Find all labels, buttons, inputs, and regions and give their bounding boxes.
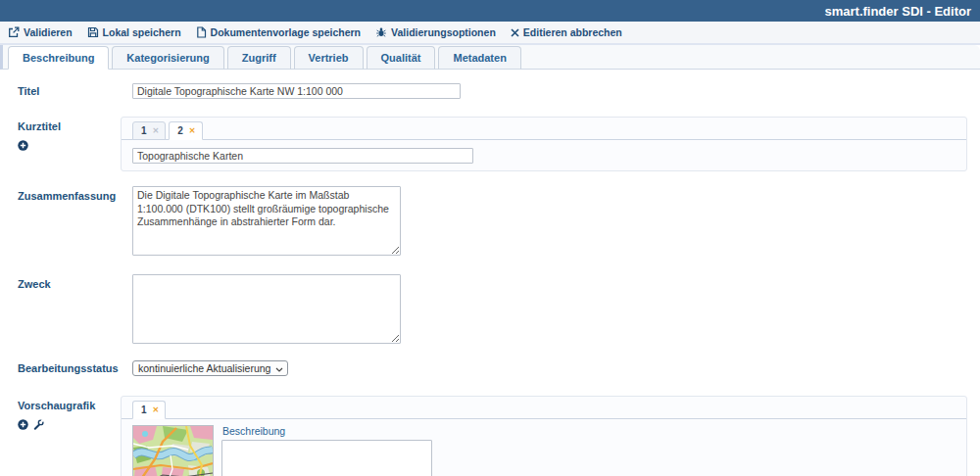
vorschaugrafik-row: Vorschaugrafik 1 ✕	[0, 396, 980, 476]
tab-beschreibung[interactable]: Beschreibung	[8, 46, 109, 70]
add-kurztitel-icon[interactable]	[18, 137, 28, 155]
zweck-row: Zweck	[0, 274, 980, 348]
add-vorschaugrafik-icon[interactable]	[18, 416, 28, 434]
titel-label: Titel	[18, 85, 39, 97]
beschreibung-textarea[interactable]	[221, 440, 432, 476]
close-tab-icon[interactable]: ✕	[153, 406, 160, 414]
document-icon	[196, 26, 207, 38]
toolbar-button-label: Dokumentenvorlage speichern	[211, 26, 361, 38]
chevron-down-icon	[275, 362, 283, 374]
bearbeitungsstatus-select[interactable]: kontinuierliche Aktualisierung	[132, 360, 288, 376]
main-tab-strip: Beschreibung Kategorisierung Zugriff Ver…	[0, 45, 980, 70]
kurztitel-subtabs: 1 ✕ 2 ✕	[122, 118, 966, 140]
zweck-textarea[interactable]	[132, 274, 401, 344]
beschreibung-label: Beschreibung	[222, 425, 432, 437]
kurztitel-panel: 1 ✕ 2 ✕	[121, 117, 967, 171]
kurztitel-label: Kurztitel	[18, 120, 61, 132]
preview-description-block: Beschreibung	[221, 425, 432, 476]
form-content: Titel Kurztitel 1 ✕ 2 ✕	[0, 70, 980, 476]
validate-icon	[8, 26, 20, 38]
bearbeitungsstatus-label: Bearbeitungsstatus	[18, 362, 119, 374]
zusammenfassung-textarea[interactable]: Die Digitale Topographische Karte im Maß…	[132, 186, 401, 256]
save-icon	[87, 26, 99, 38]
kurztitel-tab-2[interactable]: 2 ✕	[169, 121, 202, 140]
cancel-icon	[511, 28, 519, 37]
wrench-icon[interactable]	[33, 416, 44, 434]
titel-row: Titel	[0, 81, 980, 99]
subtab-label: 1	[141, 125, 147, 136]
toolbar-button-label: Editieren abbrechen	[523, 26, 622, 38]
subtab-label: 1	[141, 405, 147, 415]
tab-zugriff[interactable]: Zugriff	[227, 46, 291, 70]
tab-metadaten[interactable]: Metadaten	[438, 46, 520, 70]
vorschaugrafik-tab-1[interactable]: 1 ✕	[132, 401, 166, 419]
preview-map-image	[132, 425, 214, 476]
subtab-label: 2	[177, 125, 183, 136]
zusammenfassung-row: Zusammenfassung Die Digitale Topographis…	[0, 186, 980, 260]
validation-options-button[interactable]: Validierungsoptionen	[375, 26, 496, 38]
kurztitel-row: Kurztitel 1 ✕ 2 ✕	[0, 117, 980, 171]
close-tab-icon[interactable]: ✕	[153, 127, 160, 135]
close-tab-icon[interactable]: ✕	[189, 127, 196, 135]
app-title-bar: smart.finder SDI - Editor	[0, 0, 980, 22]
save-template-button[interactable]: Dokumentenvorlage speichern	[196, 26, 361, 38]
bearbeitungsstatus-row: Bearbeitungsstatus kontinuierliche Aktua…	[0, 358, 980, 376]
toolbar-button-label: Validierungsoptionen	[391, 26, 496, 38]
bug-icon	[375, 26, 387, 38]
validate-button[interactable]: Validieren	[8, 26, 73, 38]
save-local-button[interactable]: Lokal speichern	[87, 26, 181, 38]
select-value: kontinuierliche Aktualisierung	[138, 362, 270, 374]
kurztitel-input[interactable]	[132, 148, 473, 164]
tab-vertrieb[interactable]: Vertrieb	[294, 46, 364, 70]
titel-input[interactable]	[132, 83, 461, 99]
cancel-edit-button[interactable]: Editieren abbrechen	[511, 26, 622, 38]
kurztitel-tab-1[interactable]: 1 ✕	[132, 121, 166, 140]
tab-qualitaet[interactable]: Qualität	[367, 46, 436, 70]
toolbar-button-label: Validieren	[24, 26, 73, 38]
vorschaugrafik-label: Vorschaugrafik	[18, 400, 95, 411]
vorschaugrafik-panel: 1 ✕	[121, 396, 967, 476]
toolbar: Validieren Lokal speichern Dokumentenvor…	[0, 22, 980, 45]
zweck-label: Zweck	[18, 278, 51, 290]
tab-kategorisierung[interactable]: Kategorisierung	[112, 46, 223, 70]
vorschaugrafik-subtabs: 1 ✕	[122, 397, 966, 419]
zusammenfassung-label: Zusammenfassung	[18, 190, 116, 202]
app-title: smart.finder SDI - Editor	[824, 4, 971, 19]
toolbar-button-label: Lokal speichern	[103, 26, 181, 38]
